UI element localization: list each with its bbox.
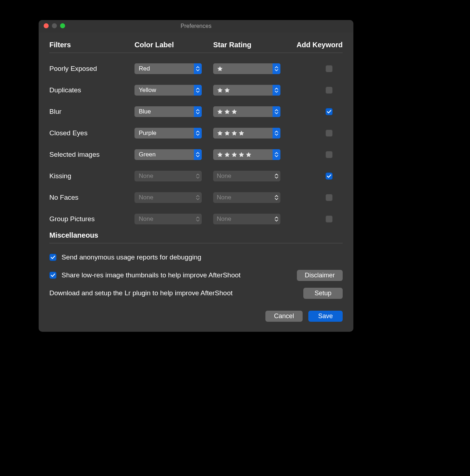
star-rating-select[interactable]: None — [213, 214, 280, 224]
misc-section-title: Miscellaneous — [49, 231, 343, 239]
share-thumbs-checkbox[interactable] — [49, 272, 57, 279]
anon-reports-label: Send anonymous usage reports for debuggi… — [62, 253, 201, 261]
add-keyword-checkbox[interactable] — [325, 173, 333, 180]
star-icon — [238, 130, 245, 136]
star-rating-select[interactable]: None — [213, 192, 280, 203]
header-filters: Filters — [49, 41, 134, 49]
filter-name: Selected images — [49, 151, 134, 159]
filter-row: Poorly ExposedRed — [49, 58, 343, 79]
chevron-up-down-icon — [274, 216, 279, 222]
star-rating-select[interactable] — [213, 149, 280, 160]
color-label-value: Red — [139, 65, 150, 72]
header-add-keyword: Add Keyword — [295, 41, 343, 49]
preferences-content: Filters Color Label Star Rating Add Keyw… — [39, 32, 353, 332]
star-icon — [231, 108, 238, 115]
add-keyword-checkbox[interactable] — [325, 108, 333, 115]
chevron-up-down-icon — [274, 87, 279, 93]
misc-share-thumbs-row: Share low-res image thumbnails to help i… — [49, 266, 343, 284]
misc-lr-plugin-row: Download and setup the Lr plugin to help… — [49, 284, 343, 302]
star-icon — [224, 130, 230, 136]
chevron-up-down-icon — [195, 194, 200, 201]
add-keyword-checkbox[interactable] — [325, 65, 333, 72]
filter-row: BlurBlue — [49, 101, 343, 122]
anon-reports-checkbox[interactable] — [49, 254, 57, 261]
chevron-up-down-icon — [195, 173, 200, 179]
star-rating-value — [217, 65, 223, 72]
star-icon — [217, 151, 223, 158]
color-label-select[interactable]: None — [134, 192, 202, 203]
star-icon — [231, 151, 238, 158]
star-rating-value: None — [217, 173, 231, 180]
cancel-button[interactable]: Cancel — [265, 311, 303, 322]
header-color-label: Color Label — [134, 41, 213, 49]
chevron-up-down-icon — [195, 216, 200, 222]
filter-name: No Faces — [49, 194, 134, 201]
filters-header-row: Filters Color Label Star Rating Add Keyw… — [49, 41, 343, 53]
color-label-value: Green — [139, 151, 156, 158]
chevron-up-down-icon — [274, 130, 279, 136]
filter-row: Group PicturesNoneNone — [49, 208, 343, 230]
color-label-value: None — [139, 215, 153, 223]
window-controls — [44, 23, 65, 28]
preferences-window: Preferences Filters Color Label Star Rat… — [39, 20, 353, 332]
star-rating-value — [217, 151, 252, 158]
star-rating-value — [217, 87, 230, 93]
lr-plugin-label: Download and setup the Lr plugin to help… — [49, 289, 232, 297]
chevron-up-down-icon — [195, 130, 200, 136]
color-label-value: Yellow — [139, 87, 156, 94]
zoom-button[interactable] — [60, 23, 65, 28]
filter-name: Kissing — [49, 172, 134, 180]
chevron-up-down-icon — [195, 108, 200, 115]
star-rating-value: None — [217, 194, 231, 201]
chevron-up-down-icon — [274, 173, 279, 179]
star-rating-value: None — [217, 215, 231, 223]
star-rating-select[interactable]: None — [213, 171, 280, 181]
filter-row: No FacesNoneNone — [49, 187, 343, 208]
star-rating-value — [217, 108, 238, 115]
filter-row: Selected imagesGreen — [49, 144, 343, 165]
star-rating-select[interactable] — [213, 63, 280, 74]
star-icon — [217, 87, 223, 93]
color-label-select[interactable]: Green — [134, 149, 202, 160]
divider — [49, 53, 343, 53]
color-label-value: None — [139, 173, 153, 180]
color-label-select[interactable]: Red — [134, 63, 202, 74]
misc-anon-reports-row: Send anonymous usage reports for debuggi… — [49, 248, 343, 266]
color-label-select[interactable]: None — [134, 171, 202, 181]
save-button[interactable]: Save — [308, 311, 343, 322]
star-rating-value — [217, 130, 245, 136]
titlebar: Preferences — [39, 20, 353, 32]
header-star-rating: Star Rating — [213, 41, 295, 49]
minimize-button[interactable] — [52, 23, 57, 28]
color-label-select[interactable]: Yellow — [134, 85, 202, 96]
star-icon — [224, 87, 230, 93]
filter-name: Closed Eyes — [49, 129, 134, 137]
color-label-select[interactable]: None — [134, 214, 202, 224]
star-rating-select[interactable] — [213, 128, 280, 139]
color-label-value: Blue — [139, 108, 151, 115]
add-keyword-checkbox[interactable] — [325, 215, 333, 223]
star-icon — [245, 151, 252, 158]
add-keyword-checkbox[interactable] — [325, 151, 333, 158]
close-button[interactable] — [44, 23, 49, 28]
star-icon — [238, 151, 245, 158]
chevron-up-down-icon — [195, 151, 200, 158]
filter-name: Duplicates — [49, 86, 134, 94]
chevron-up-down-icon — [274, 65, 279, 72]
color-label-value: None — [139, 194, 153, 201]
add-keyword-checkbox[interactable] — [325, 87, 333, 94]
star-icon — [217, 130, 223, 136]
disclaimer-button[interactable]: Disclaimer — [297, 270, 343, 281]
filter-row: Closed EyesPurple — [49, 122, 343, 144]
star-rating-select[interactable] — [213, 106, 280, 117]
star-rating-select[interactable] — [213, 85, 280, 96]
setup-button[interactable]: Setup — [303, 288, 343, 299]
divider — [49, 243, 343, 243]
star-icon — [217, 108, 223, 115]
color-label-select[interactable]: Blue — [134, 106, 202, 117]
add-keyword-checkbox[interactable] — [325, 130, 333, 137]
chevron-up-down-icon — [195, 87, 200, 93]
color-label-value: Purple — [139, 130, 156, 137]
color-label-select[interactable]: Purple — [134, 128, 202, 139]
add-keyword-checkbox[interactable] — [325, 194, 333, 201]
